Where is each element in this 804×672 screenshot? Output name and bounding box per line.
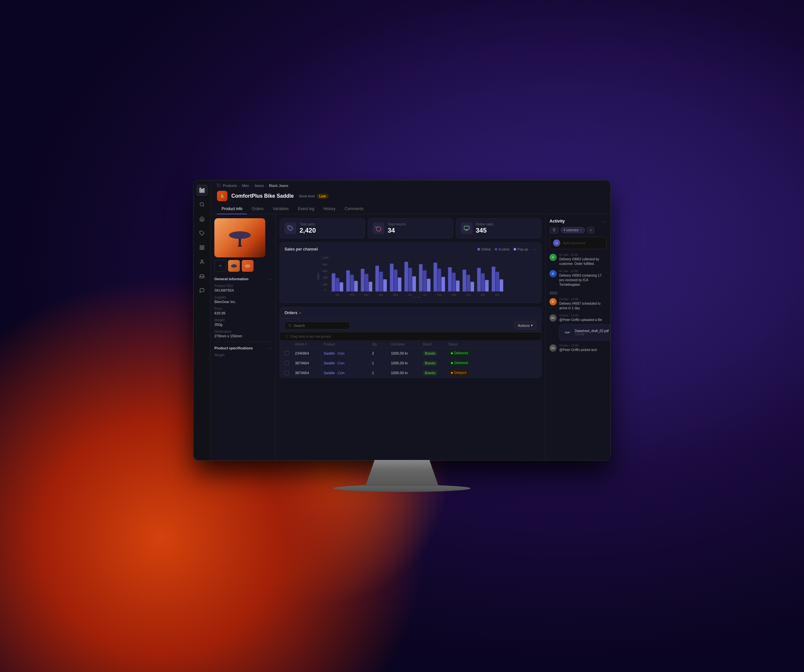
row3-status: Delayed [448,370,469,375]
activity-header: Activity ... [549,218,606,223]
svg-rect-43 [394,270,397,292]
field-supplier: Supplier BikeGear Inc. [214,295,271,304]
legend-instore: In-store [495,248,510,251]
row1-brand: Brando [423,351,437,356]
svg-point-85 [287,337,287,338]
svg-rect-39 [375,266,379,292]
product-image-main [214,218,265,258]
search-input-wrap[interactable] [284,321,350,329]
total-returns-content: Total returns 34 [387,222,405,234]
tab-event-log[interactable]: Event log [293,204,319,214]
total-sales-icon [284,222,296,234]
legend-popup: Pop-up [513,248,528,251]
monitor-wrapper: Products › Men › Jeans › Black Jeans 🚴 C… [193,180,611,492]
row2-qty: 1 [372,361,388,365]
tab-history[interactable]: History [319,204,340,214]
general-info-more[interactable]: ··· [268,276,271,282]
comment-placeholder[interactable]: Add comment [563,241,585,245]
svg-text:800: 800 [323,263,327,266]
sidebar-icon-inbox[interactable] [196,271,208,282]
filter-icon [552,229,556,232]
row2-status: Delivered [448,360,471,365]
sidebar-icon-search[interactable] [196,199,208,210]
sidebar-icon-user[interactable] [196,256,208,268]
activity-avatar-5: PG [549,344,557,352]
stat-online-sales: Online sales 345 [456,218,541,238]
svg-rect-36 [361,269,364,292]
svg-text:Aug: Aug [437,293,441,296]
search-bar: Actions ▾ [280,319,541,333]
row2-checkbox[interactable] [284,361,289,365]
filter-expand-button[interactable]: ▾ [587,227,595,233]
legend-online: Online [477,248,491,251]
filter-clear-button[interactable]: × [580,228,582,232]
row2-product[interactable]: Saddle · Con [324,361,369,365]
svg-rect-52 [438,269,441,292]
svg-rect-32 [340,282,343,292]
row1-article: 2345864 [295,351,321,355]
tab-comments[interactable]: Comments [340,204,368,214]
svg-rect-59 [471,282,474,292]
col-checkbox [284,343,293,346]
file-info: Datasheet_draft_02.pdf 720 KB [575,329,609,336]
row1-product[interactable]: Saddle · Con [324,351,369,355]
col-article: Article # [295,343,321,346]
svg-point-9 [201,260,203,262]
add-thumbnail-button[interactable]: + [214,260,226,272]
sidebar-icon-chart[interactable] [196,184,208,196]
svg-text:Apr: Apr [379,293,383,296]
activity-more-button[interactable]: ... [603,218,606,223]
svg-point-3 [200,202,204,206]
comment-box[interactable]: U Add comment [549,237,606,249]
activity-text-5: @Peter Griffin picked and [559,348,596,352]
total-returns-value: 34 [387,227,405,234]
sidebar-icon-home[interactable] [196,213,208,225]
online-sales-label: Online sales [476,222,494,226]
sidebar-icon-message[interactable] [196,285,208,297]
year-divider: 2022 [549,291,606,295]
svg-rect-33 [346,270,350,291]
filter-selected-tag[interactable]: 4 selected × [561,227,585,233]
orders-chevron-icon[interactable]: ▾ [299,311,301,315]
svg-text:Mar: Mar [364,293,369,296]
breadcrumb-jeans[interactable]: Jeans [254,184,264,188]
svg-rect-1 [201,189,202,192]
tab-product-info[interactable]: Product info [217,204,247,214]
field-supplier-value: BikeGear Inc. [214,300,271,304]
sidebar-icon-grid[interactable] [196,242,208,253]
svg-text:Feb: Feb [350,293,355,296]
tab-variables[interactable]: Variables [268,204,293,214]
total-returns-label: Total returns [387,222,405,226]
svg-rect-46 [409,268,412,291]
row1-checkbox[interactable] [284,351,289,356]
activity-avatar-3: D [549,298,557,305]
actions-button[interactable]: Actions ▾ [514,321,536,329]
stock-label: Stock level [299,194,315,198]
activity-text-3: Delivery #4567 scheduled to arrive in 1 … [559,302,606,311]
filter-bar: 4 selected × ▾ [549,227,606,233]
filter-button[interactable] [549,227,559,233]
activity-avatar-4: PG [549,315,557,321]
breadcrumb-sep-2: › [251,184,253,188]
breadcrumb-products[interactable]: Products [223,184,237,188]
svg-text:Oct: Oct [466,293,471,296]
thumbnail-1[interactable] [228,260,240,272]
sidebar-icon-tag[interactable] [196,227,208,239]
tab-orders[interactable]: Orders [247,204,268,214]
chart-section: Sales per channel Online In-store Pop-up… [279,242,541,303]
svg-text:600: 600 [323,269,327,273]
online-sales-content: Online sales 345 [476,222,494,234]
product-specs-more[interactable]: ··· [268,346,271,351]
row3-product[interactable]: Saddle · Con [324,371,369,375]
activity-event-5: PG 23 Dec · 13:00 @Peter Griffin picked … [549,344,606,352]
field-sku: Product SKU SKU987654 [214,284,271,292]
search-input[interactable] [294,324,346,328]
svg-rect-62 [485,280,489,291]
breadcrumb-men[interactable]: Men [242,184,249,188]
chart-more-button[interactable]: ··· [533,246,536,252]
thumbnail-2[interactable] [242,260,253,272]
row3-checkbox[interactable] [284,370,289,375]
product-header: 🚴 ComfortPlus Bike Saddle Stock level Lo… [211,189,611,204]
main-content: Products › Men › Jeans › Black Jeans 🚴 C… [211,180,611,460]
table-row: 3874664 Saddle · Con 1 1000,00 kr Brando… [280,358,541,368]
